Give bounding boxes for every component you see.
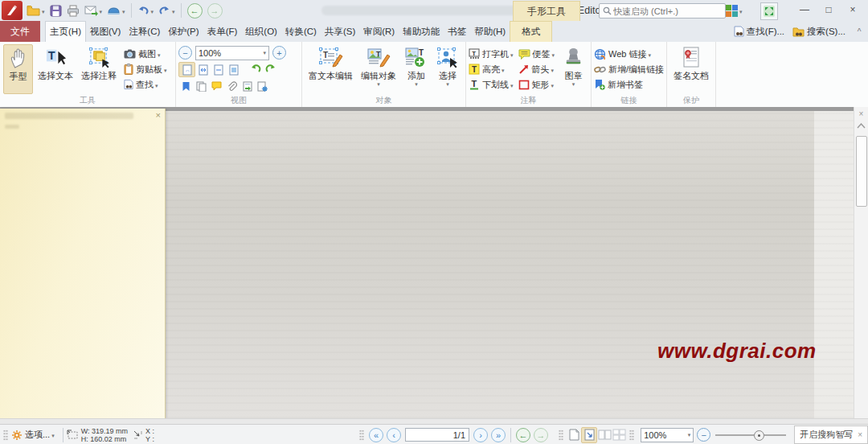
- pdf-page[interactable]: [165, 111, 854, 418]
- toolbar-grip[interactable]: [359, 430, 364, 441]
- sticky-note-button[interactable]: 便签: [518, 47, 555, 62]
- tab-help[interactable]: 帮助(H): [470, 21, 510, 42]
- search-button[interactable]: 搜索(S)...: [792, 26, 845, 38]
- zoom-slider-thumb[interactable]: [754, 430, 764, 441]
- fit-page-button[interactable]: ⇔: [178, 62, 195, 77]
- print-button[interactable]: [64, 2, 82, 19]
- select-text-button[interactable]: T 选择文本: [35, 44, 76, 94]
- add-object-button[interactable]: T 添加 ▾: [401, 44, 432, 94]
- comments-pane-button[interactable]: [209, 80, 224, 93]
- bookmarks-pane-button[interactable]: [178, 80, 194, 93]
- toolbar-grip[interactable]: [3, 430, 8, 441]
- zoom-level-select[interactable]: 100%: [195, 46, 269, 60]
- options-button[interactable]: 选项...: [11, 429, 55, 441]
- first-page-button[interactable]: «: [369, 428, 383, 442]
- tab-protect[interactable]: 保护(P): [164, 21, 203, 42]
- stamp-button[interactable]: 图章 ▾: [559, 44, 588, 94]
- minimize-button[interactable]: —: [792, 1, 817, 18]
- history-back-button[interactable]: ←: [516, 428, 530, 442]
- page-properties-button[interactable]: [255, 80, 270, 93]
- scroll-up-arrow[interactable]: [857, 123, 866, 129]
- vertical-scrollbar[interactable]: ×: [854, 107, 868, 418]
- history-forward-button[interactable]: →: [534, 428, 548, 442]
- tab-accessibility[interactable]: 辅助功能: [399, 21, 444, 42]
- go-forward-button[interactable]: →: [205, 2, 225, 19]
- tab-share[interactable]: 共享(S): [321, 21, 359, 42]
- zoom-in-button[interactable]: +: [272, 46, 286, 60]
- workspace-switcher-button[interactable]: [725, 4, 743, 17]
- last-page-button[interactable]: »: [491, 428, 506, 442]
- maximize-button[interactable]: □: [817, 1, 841, 18]
- email-button[interactable]: [82, 2, 105, 19]
- thumbnails-pane-button[interactable]: [194, 80, 209, 93]
- find-button[interactable]: 查找(F)...: [734, 26, 784, 38]
- select-object-button[interactable]: 选择 ▾: [433, 44, 462, 94]
- sticky-note-popup[interactable]: ×: [0, 109, 166, 418]
- quick-launch-search[interactable]: [599, 3, 726, 18]
- rectangle-tool-button[interactable]: 矩形: [518, 77, 555, 92]
- add-edit-link-button[interactable]: 新增/编辑链接: [594, 62, 664, 77]
- tab-organize[interactable]: 组织(O): [241, 21, 281, 42]
- previous-page-button[interactable]: ‹: [387, 428, 401, 442]
- fit-width-button[interactable]: [195, 63, 211, 76]
- scrollbar-thumb[interactable]: [856, 136, 867, 207]
- undo-button[interactable]: [135, 2, 157, 19]
- select-comments-button[interactable]: 选择注释: [78, 44, 120, 94]
- search-input[interactable]: [612, 6, 711, 17]
- page-number-field[interactable]: 1/1: [405, 428, 469, 442]
- clipboard-button[interactable]: 剪贴板: [124, 62, 167, 77]
- redo-button[interactable]: [156, 2, 178, 19]
- note-close-icon[interactable]: ×: [156, 110, 161, 120]
- next-page-button[interactable]: ›: [473, 428, 488, 442]
- toolbar-grip[interactable]: [559, 430, 563, 441]
- continuous-layout-button[interactable]: [581, 427, 597, 443]
- find-button-ribbon[interactable]: 查找: [124, 77, 167, 92]
- edit-object-button[interactable]: T 编辑对象 ▾: [358, 44, 399, 94]
- toolbar-grip[interactable]: [629, 430, 634, 441]
- rotate-cw-button[interactable]: [263, 63, 278, 76]
- tab-form[interactable]: 表单(F): [203, 21, 242, 42]
- attachments-pane-button[interactable]: [224, 80, 240, 93]
- export-page-button[interactable]: [240, 80, 255, 93]
- ime-popup-close-icon[interactable]: ×: [858, 430, 862, 439]
- underline-button[interactable]: T 下划线: [469, 77, 514, 92]
- tab-convert[interactable]: 转换(C): [281, 21, 321, 42]
- open-button[interactable]: [24, 2, 47, 19]
- zoom-out-button[interactable]: −: [178, 46, 192, 60]
- fit-visible-button[interactable]: [226, 63, 241, 76]
- sign-document-button[interactable]: 签名文档: [670, 44, 712, 94]
- two-page-continuous-button[interactable]: [612, 428, 626, 442]
- tab-format[interactable]: 格式: [510, 21, 552, 42]
- typewriter-button[interactable]: T 打字机: [469, 47, 514, 62]
- zoom-slider[interactable]: [715, 434, 786, 436]
- arrow-tool-button[interactable]: 箭头: [518, 62, 555, 77]
- save-button[interactable]: [47, 2, 64, 19]
- close-button[interactable]: ×: [841, 1, 865, 18]
- tab-comment[interactable]: 注释(C): [125, 21, 164, 42]
- actual-size-button[interactable]: [211, 63, 226, 76]
- tab-bookmarks[interactable]: 书签: [444, 21, 470, 42]
- tab-home[interactable]: 主页(H): [45, 21, 86, 42]
- status-zoom-select[interactable]: 100%: [641, 428, 694, 442]
- highlight-button[interactable]: T 高亮: [469, 62, 514, 77]
- single-page-layout-button[interactable]: [567, 428, 581, 442]
- ime-popup[interactable]: 开启搜狗智写 ×: [794, 426, 868, 444]
- fullscreen-button[interactable]: [760, 2, 778, 20]
- snapshot-button[interactable]: 截图: [124, 47, 167, 62]
- two-page-layout-button[interactable]: [597, 428, 612, 442]
- tab-review[interactable]: 审阅(R): [359, 21, 399, 42]
- rotate-ccw-button[interactable]: [248, 63, 263, 76]
- stamp-pad-button[interactable]: [104, 2, 128, 19]
- go-back-button[interactable]: ←: [185, 2, 205, 19]
- pane-close-icon[interactable]: ×: [854, 109, 868, 118]
- web-link-button[interactable]: Web 链接: [594, 47, 664, 62]
- rich-text-edit-button[interactable]: T 富文本编辑: [305, 44, 356, 94]
- tab-file[interactable]: 文件: [0, 21, 40, 42]
- collapse-ribbon-button[interactable]: ^: [854, 27, 865, 36]
- tab-view[interactable]: 视图(V): [86, 21, 125, 42]
- group-label-comments: 注释: [469, 95, 588, 107]
- context-tab-hand-tool[interactable]: 手形工具: [513, 1, 580, 22]
- hand-tool-button[interactable]: 手型: [3, 44, 33, 94]
- add-bookmark-button[interactable]: 新增书签: [594, 77, 664, 92]
- status-zoom-out-button[interactable]: −: [697, 428, 710, 442]
